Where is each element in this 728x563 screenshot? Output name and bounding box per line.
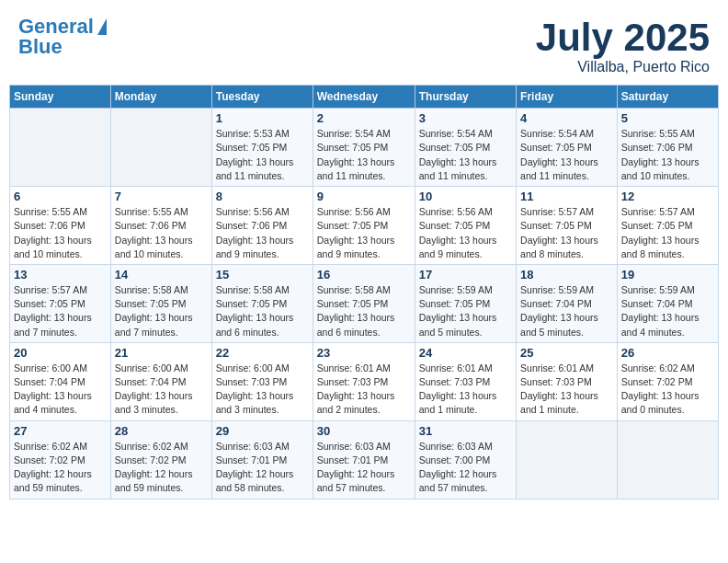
day-detail: Sunrise: 5:56 AMSunset: 7:05 PMDaylight:… — [419, 205, 512, 261]
day-detail: Sunrise: 6:02 AMSunset: 7:02 PMDaylight:… — [621, 362, 714, 418]
calendar-cell: 26Sunrise: 6:02 AMSunset: 7:02 PMDayligh… — [617, 342, 718, 420]
day-number: 13 — [14, 268, 107, 282]
logo-triangle-icon — [97, 18, 107, 35]
weekday-header: Tuesday — [211, 86, 313, 109]
day-detail: Sunrise: 5:53 AMSunset: 7:05 PMDaylight:… — [216, 127, 309, 183]
calendar-cell: 25Sunrise: 6:01 AMSunset: 7:03 PMDayligh… — [517, 342, 618, 420]
day-detail: Sunrise: 5:54 AMSunset: 7:05 PMDaylight:… — [317, 127, 411, 183]
calendar-cell: 22Sunrise: 6:00 AMSunset: 7:03 PMDayligh… — [211, 342, 313, 420]
calendar-cell: 29Sunrise: 6:03 AMSunset: 7:01 PMDayligh… — [211, 420, 313, 499]
day-number: 3 — [419, 111, 512, 125]
day-detail: Sunrise: 5:55 AMSunset: 7:06 PMDaylight:… — [621, 127, 714, 183]
calendar-cell: 27Sunrise: 6:02 AMSunset: 7:02 PMDayligh… — [10, 420, 111, 499]
weekday-header: Saturday — [617, 86, 718, 109]
calendar-cell: 18Sunrise: 5:59 AMSunset: 7:04 PMDayligh… — [517, 264, 618, 342]
calendar-cell: 4Sunrise: 5:54 AMSunset: 7:05 PMDaylight… — [517, 109, 618, 187]
day-detail: Sunrise: 6:03 AMSunset: 7:00 PMDaylight:… — [419, 440, 512, 496]
day-detail: Sunrise: 6:03 AMSunset: 7:01 PMDaylight:… — [317, 440, 411, 496]
day-number: 4 — [520, 111, 613, 125]
day-number: 27 — [14, 424, 107, 438]
day-detail: Sunrise: 5:59 AMSunset: 7:05 PMDaylight:… — [419, 283, 512, 339]
weekday-header: Friday — [517, 86, 618, 109]
weekday-header: Sunday — [10, 86, 111, 109]
day-number: 24 — [419, 346, 512, 360]
day-detail: Sunrise: 6:00 AMSunset: 7:04 PMDaylight:… — [115, 362, 208, 418]
day-detail: Sunrise: 6:00 AMSunset: 7:04 PMDaylight:… — [14, 362, 107, 418]
calendar-cell: 11Sunrise: 5:57 AMSunset: 7:05 PMDayligh… — [517, 187, 618, 265]
calendar-table: SundayMondayTuesdayWednesdayThursdayFrid… — [9, 85, 719, 499]
calendar-cell: 31Sunrise: 6:03 AMSunset: 7:00 PMDayligh… — [415, 420, 516, 499]
calendar-cell: 17Sunrise: 5:59 AMSunset: 7:05 PMDayligh… — [415, 264, 516, 342]
calendar-cell: 21Sunrise: 6:00 AMSunset: 7:04 PMDayligh… — [110, 342, 211, 420]
calendar-cell: 16Sunrise: 5:58 AMSunset: 7:05 PMDayligh… — [313, 264, 415, 342]
day-detail: Sunrise: 5:58 AMSunset: 7:05 PMDaylight:… — [115, 283, 208, 339]
day-detail: Sunrise: 5:54 AMSunset: 7:05 PMDaylight:… — [520, 127, 613, 183]
calendar-cell — [517, 420, 618, 499]
day-detail: Sunrise: 5:57 AMSunset: 7:05 PMDaylight:… — [14, 283, 107, 339]
day-number: 23 — [317, 346, 411, 360]
calendar-week-row: 27Sunrise: 6:02 AMSunset: 7:02 PMDayligh… — [10, 420, 719, 499]
month-title: July 2025 — [536, 17, 710, 59]
day-number: 10 — [419, 190, 512, 203]
calendar-week-row: 1Sunrise: 5:53 AMSunset: 7:05 PMDaylight… — [10, 109, 719, 187]
calendar-cell: 20Sunrise: 6:00 AMSunset: 7:04 PMDayligh… — [10, 342, 111, 420]
day-number: 5 — [621, 111, 714, 125]
weekday-header: Monday — [110, 86, 211, 109]
calendar-header: SundayMondayTuesdayWednesdayThursdayFrid… — [10, 86, 719, 109]
day-number: 19 — [621, 268, 714, 282]
calendar-cell — [10, 109, 111, 187]
location-subtitle: Villalba, Puerto Rico — [536, 59, 710, 75]
logo-blue-text: Blue — [18, 37, 63, 57]
calendar-cell: 1Sunrise: 5:53 AMSunset: 7:05 PMDaylight… — [211, 109, 313, 187]
day-number: 14 — [115, 268, 208, 282]
calendar-cell — [110, 109, 211, 187]
day-number: 22 — [216, 346, 309, 360]
calendar-cell: 12Sunrise: 5:57 AMSunset: 7:05 PMDayligh… — [617, 187, 718, 265]
day-number: 29 — [216, 424, 309, 438]
calendar-cell: 5Sunrise: 5:55 AMSunset: 7:06 PMDaylight… — [617, 109, 718, 187]
day-detail: Sunrise: 6:02 AMSunset: 7:02 PMDaylight:… — [14, 440, 107, 496]
day-number: 2 — [317, 111, 411, 125]
weekday-header: Wednesday — [313, 86, 415, 109]
calendar-week-row: 13Sunrise: 5:57 AMSunset: 7:05 PMDayligh… — [10, 264, 719, 342]
day-detail: Sunrise: 5:56 AMSunset: 7:06 PMDaylight:… — [216, 205, 309, 261]
day-number: 11 — [520, 190, 613, 203]
day-number: 6 — [14, 190, 107, 203]
day-detail: Sunrise: 6:03 AMSunset: 7:01 PMDaylight:… — [216, 440, 309, 496]
calendar-cell: 15Sunrise: 5:58 AMSunset: 7:05 PMDayligh… — [211, 264, 313, 342]
calendar-week-row: 6Sunrise: 5:55 AMSunset: 7:06 PMDaylight… — [10, 187, 719, 265]
calendar-cell: 6Sunrise: 5:55 AMSunset: 7:06 PMDaylight… — [10, 187, 111, 265]
calendar-body: 1Sunrise: 5:53 AMSunset: 7:05 PMDaylight… — [10, 109, 719, 499]
day-number: 16 — [317, 268, 411, 282]
calendar-cell: 2Sunrise: 5:54 AMSunset: 7:05 PMDaylight… — [313, 109, 415, 187]
day-detail: Sunrise: 6:01 AMSunset: 7:03 PMDaylight:… — [419, 362, 512, 418]
calendar-cell: 7Sunrise: 5:55 AMSunset: 7:06 PMDaylight… — [110, 187, 211, 265]
day-detail: Sunrise: 5:56 AMSunset: 7:05 PMDaylight:… — [317, 205, 411, 261]
day-detail: Sunrise: 5:58 AMSunset: 7:05 PMDaylight:… — [216, 283, 309, 339]
day-detail: Sunrise: 5:58 AMSunset: 7:05 PMDaylight:… — [317, 283, 411, 339]
day-number: 28 — [115, 424, 208, 438]
calendar-cell: 19Sunrise: 5:59 AMSunset: 7:04 PMDayligh… — [617, 264, 718, 342]
calendar-cell: 23Sunrise: 6:01 AMSunset: 7:03 PMDayligh… — [313, 342, 415, 420]
day-detail: Sunrise: 6:01 AMSunset: 7:03 PMDaylight:… — [520, 362, 613, 418]
calendar-cell: 13Sunrise: 5:57 AMSunset: 7:05 PMDayligh… — [10, 264, 111, 342]
logo: General Blue — [18, 17, 107, 57]
day-number: 18 — [520, 268, 613, 282]
page-header: General Blue July 2025 Villalba, Puerto … — [9, 9, 719, 79]
calendar-cell — [617, 420, 718, 499]
day-number: 1 — [216, 111, 309, 125]
calendar-cell: 10Sunrise: 5:56 AMSunset: 7:05 PMDayligh… — [415, 187, 516, 265]
day-number: 8 — [216, 190, 309, 203]
day-number: 31 — [419, 424, 512, 438]
day-number: 21 — [115, 346, 208, 360]
logo-text: General — [18, 17, 94, 37]
day-detail: Sunrise: 5:57 AMSunset: 7:05 PMDaylight:… — [621, 205, 714, 261]
day-number: 17 — [419, 268, 512, 282]
day-detail: Sunrise: 5:55 AMSunset: 7:06 PMDaylight:… — [14, 205, 107, 261]
calendar-cell: 3Sunrise: 5:54 AMSunset: 7:05 PMDaylight… — [415, 109, 516, 187]
day-number: 20 — [14, 346, 107, 360]
day-detail: Sunrise: 5:54 AMSunset: 7:05 PMDaylight:… — [419, 127, 512, 183]
calendar-week-row: 20Sunrise: 6:00 AMSunset: 7:04 PMDayligh… — [10, 342, 719, 420]
calendar-cell: 24Sunrise: 6:01 AMSunset: 7:03 PMDayligh… — [415, 342, 516, 420]
day-detail: Sunrise: 5:55 AMSunset: 7:06 PMDaylight:… — [115, 205, 208, 261]
